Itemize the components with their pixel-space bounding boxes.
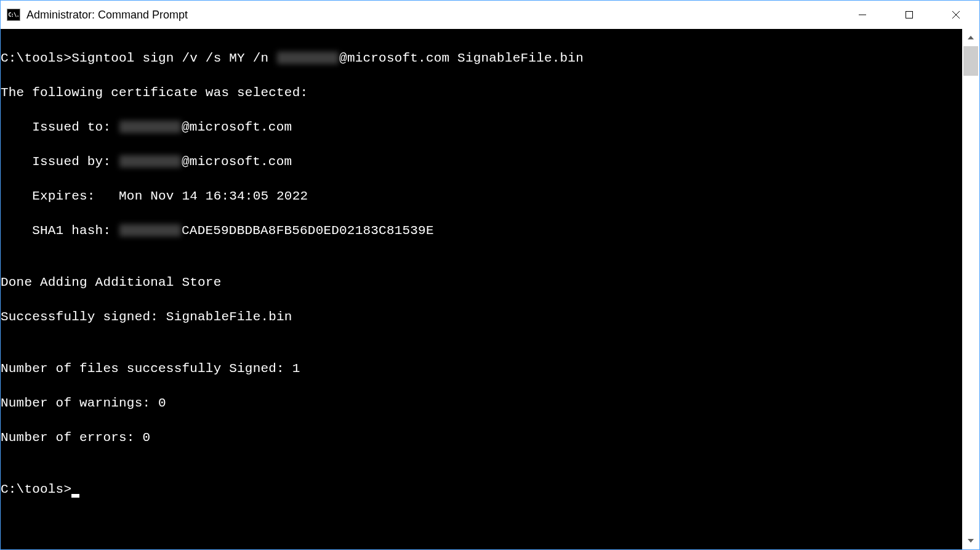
svg-marker-5 [968, 539, 974, 543]
redacted-issued-to [119, 121, 181, 133]
close-button[interactable] [933, 1, 979, 29]
scroll-down-button[interactable] [962, 532, 979, 549]
cursor [71, 494, 79, 498]
content-area: C:\tools>Signtool sign /v /s MY /n @micr… [1, 29, 979, 549]
output-line: Number of errors: 0 [1, 429, 962, 447]
prompt: C:\tools> [1, 51, 71, 65]
prompt: C:\tools> [1, 482, 71, 496]
sha1-value: CADE59DBDBA8FB56D0ED02183C81539E [182, 224, 434, 238]
chevron-down-icon [967, 538, 974, 543]
output-line: Number of files successfully Signed: 1 [1, 360, 962, 378]
window-controls [839, 1, 979, 29]
scroll-thumb[interactable] [963, 46, 978, 76]
issued-by-value: @microsoft.com [182, 155, 292, 169]
minimize-icon [858, 10, 867, 19]
chevron-up-icon [967, 35, 974, 40]
titlebar[interactable]: C:\. Administrator: Command Prompt [1, 1, 979, 29]
command-text: Signtool sign /v /s MY /n [71, 51, 276, 65]
redacted-username [277, 52, 339, 64]
issued-to-value: @microsoft.com [182, 120, 292, 134]
window-title: Administrator: Command Prompt [26, 9, 839, 22]
command-prompt-window: C:\. Administrator: Command Prompt C:\to… [0, 0, 980, 550]
minimize-button[interactable] [839, 1, 886, 29]
vertical-scrollbar[interactable] [962, 29, 979, 549]
redacted-sha1 [119, 224, 181, 237]
svg-marker-4 [968, 36, 974, 39]
issued-by-label: Issued by: [1, 155, 119, 169]
maximize-icon [905, 10, 914, 19]
sha1-label: SHA1 hash: [1, 224, 119, 238]
expires-line: Expires: Mon Nov 14 16:34:05 2022 [1, 188, 962, 205]
output-line: Number of warnings: 0 [1, 395, 962, 412]
console-output[interactable]: C:\tools>Signtool sign /v /s MY /n @micr… [1, 29, 962, 549]
command-suffix: @microsoft.com SignableFile.bin [339, 51, 584, 65]
redacted-issued-by [119, 155, 181, 168]
maximize-button[interactable] [886, 1, 933, 29]
scroll-up-button[interactable] [962, 29, 979, 46]
cmd-app-icon: C:\. [7, 9, 20, 21]
svg-rect-1 [906, 12, 913, 18]
output-line: The following certificate was selected: [1, 84, 962, 102]
output-line: Successfully signed: SignableFile.bin [1, 309, 962, 326]
close-icon [951, 10, 961, 20]
output-line: Done Adding Additional Store [1, 274, 962, 291]
issued-to-label: Issued to: [1, 120, 119, 134]
